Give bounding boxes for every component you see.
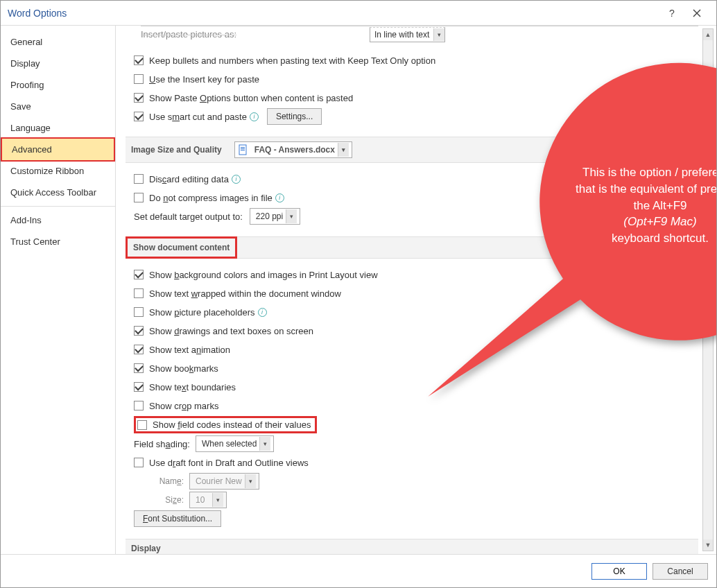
label-keep-bullets: Keep bullets and numbers when pasting te… xyxy=(149,55,435,66)
field-shading-label: Field shading: xyxy=(134,439,190,449)
cancel-button[interactable]: Cancel xyxy=(653,563,708,580)
sidebar-item-quick-access[interactable]: Quick Access Toolbar xyxy=(1,182,115,203)
draft-font-size-select: 10 ▾ xyxy=(189,492,227,508)
field-shading-select[interactable]: When selected ▾ xyxy=(196,435,274,452)
checkbox-crop-marks[interactable] xyxy=(134,401,144,410)
label-picture-placeholders: Show picture placeholders xyxy=(149,307,255,318)
draft-font-size-label: Size: xyxy=(149,495,184,505)
label-discard-editing: Discard editing data xyxy=(149,174,229,184)
sidebar-item-trust-center[interactable]: Trust Center xyxy=(1,231,115,252)
dialog-footer: OK Cancel xyxy=(1,554,716,587)
svg-rect-5 xyxy=(241,150,245,150)
checkbox-draft-font[interactable] xyxy=(134,458,144,467)
sidebar-separator xyxy=(1,206,115,207)
group-display: Display xyxy=(126,539,698,554)
info-icon[interactable]: i xyxy=(275,193,284,202)
label-bg-colors: Show background colors and images in Pri… xyxy=(149,270,378,280)
insert-paste-pictures-label: Insert/paste pictures as: xyxy=(141,29,370,40)
sidebar-item-language[interactable]: Language xyxy=(1,117,115,139)
label-field-codes: Show field codes instead of their values xyxy=(153,420,311,430)
label-paste-options: Show Paste Options button when content i… xyxy=(149,93,353,103)
word-options-dialog: Word Options ? General Display Proofing … xyxy=(0,0,717,588)
settings-button[interactable]: Settings... xyxy=(267,108,322,125)
checkbox-no-compress[interactable] xyxy=(134,193,144,202)
chevron-down-icon: ▾ xyxy=(338,143,349,157)
label-smart-cut: Use smart cut and paste xyxy=(149,112,247,122)
label-text-wrapped: Show text wrapped within the document wi… xyxy=(149,288,341,299)
font-substitution-button[interactable]: Font Substitution... xyxy=(134,510,221,527)
sidebar-item-display[interactable]: Display xyxy=(1,53,115,74)
checkbox-paste-options[interactable] xyxy=(134,93,144,103)
info-icon[interactable]: i xyxy=(232,175,241,184)
sidebar-item-proofing[interactable]: Proofing xyxy=(1,74,115,96)
checkbox-keep-bullets[interactable] xyxy=(134,55,144,65)
checkbox-drawings[interactable] xyxy=(134,326,144,336)
sidebar-item-customize-ribbon[interactable]: Customize Ribbon xyxy=(1,160,115,182)
chevron-down-icon: ▾ xyxy=(245,474,256,488)
checkbox-discard-editing[interactable] xyxy=(134,174,144,184)
scroll-down-icon[interactable]: ▼ xyxy=(703,539,713,551)
default-target-label: Set default target output to: xyxy=(134,211,243,222)
checkbox-insert-key[interactable] xyxy=(134,74,144,84)
checkbox-text-wrapped[interactable] xyxy=(134,288,144,298)
group-show-document-content: Show document content xyxy=(126,236,237,259)
highlight-field-codes: Show field codes instead of their values xyxy=(134,416,317,433)
sidebar-item-general[interactable]: General xyxy=(1,31,115,53)
svg-rect-4 xyxy=(241,148,245,149)
chevron-down-icon: ▾ xyxy=(286,209,297,223)
sidebar-item-save[interactable]: Save xyxy=(1,96,115,117)
info-icon[interactable]: i xyxy=(258,308,267,317)
checkbox-animation[interactable] xyxy=(134,345,144,354)
dialog-title: Word Options xyxy=(8,8,659,19)
scroll-up-icon[interactable]: ▲ xyxy=(703,29,713,40)
info-icon[interactable]: i xyxy=(250,112,259,121)
scrollbar-thumb[interactable] xyxy=(704,168,712,320)
checkbox-field-codes[interactable] xyxy=(137,420,147,430)
draft-font-name-select: Courier New ▾ xyxy=(189,473,259,490)
help-button[interactable]: ? xyxy=(659,1,684,26)
label-insert-key: Use the Insert key for paste xyxy=(149,74,259,85)
image-quality-doc-select[interactable]: FAQ - Answers.docx ▾ xyxy=(234,141,352,158)
chevron-down-icon: ▾ xyxy=(259,437,270,451)
label-drawings: Show drawings and text boxes on screen xyxy=(149,326,313,336)
draft-font-name-label: Name: xyxy=(149,476,184,486)
sidebar: General Display Proofing Save Language A… xyxy=(1,26,116,554)
label-no-compress: Do not compress images in file xyxy=(149,193,273,203)
ok-button[interactable]: OK xyxy=(591,563,647,580)
main-panel: Insert/paste pictures as: In line with t… xyxy=(116,26,716,554)
label-animation: Show text animation xyxy=(149,345,230,355)
chevron-down-icon: ▾ xyxy=(433,28,444,41)
label-bookmarks: Show bookmarks xyxy=(149,363,218,374)
insert-paste-pictures-select[interactable]: In line with text ▾ xyxy=(370,27,445,42)
group-image-quality: Image Size and Quality FAQ - Answers.doc… xyxy=(126,137,698,163)
titlebar: Word Options ? xyxy=(1,1,716,26)
svg-rect-3 xyxy=(241,147,245,148)
label-crop-marks: Show crop marks xyxy=(149,401,218,411)
checkbox-smart-cut[interactable] xyxy=(134,112,144,121)
default-target-select[interactable]: 220 ppi ▾ xyxy=(250,208,300,225)
sidebar-item-advanced[interactable]: Advanced xyxy=(1,137,115,162)
scrollbar[interactable]: ▲ ▼ xyxy=(702,28,714,551)
checkbox-text-boundaries[interactable] xyxy=(134,382,144,392)
chevron-down-icon: ▾ xyxy=(212,493,223,507)
document-icon xyxy=(238,144,249,155)
label-text-boundaries: Show text boundaries xyxy=(149,382,236,392)
checkbox-bookmarks[interactable] xyxy=(134,363,144,373)
label-draft-font: Use draft font in Draft and Outline view… xyxy=(149,458,309,468)
sidebar-item-addins[interactable]: Add-Ins xyxy=(1,209,115,231)
checkbox-bg-colors[interactable] xyxy=(134,270,144,279)
checkbox-picture-placeholders[interactable] xyxy=(134,307,144,317)
close-button[interactable] xyxy=(684,1,709,26)
